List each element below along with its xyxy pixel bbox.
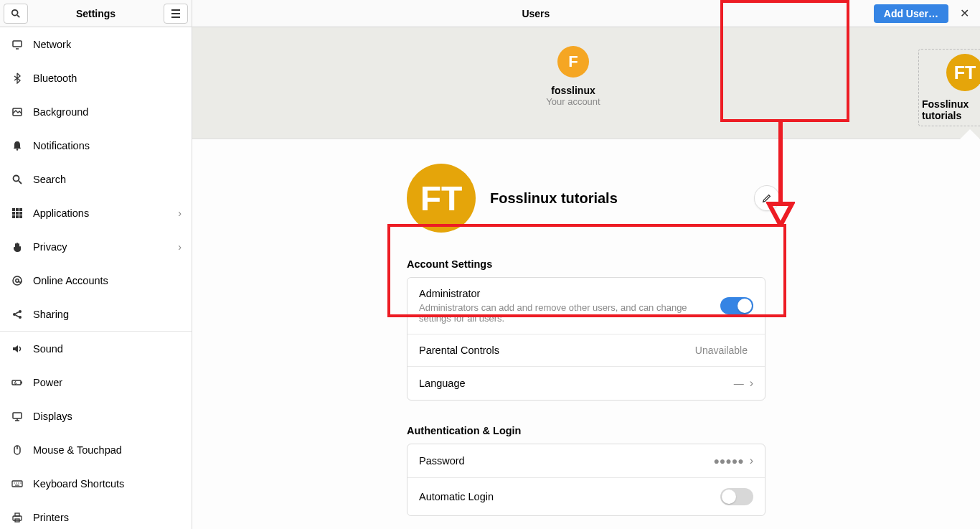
sidebar-item-sound[interactable]: Sound — [0, 332, 192, 365]
svg-rect-12 — [16, 208, 19, 211]
users-strip: F fosslinux Your account FT Fosslinux tu… — [192, 27, 980, 139]
chevron-right-icon: › — [750, 377, 753, 390]
svg-line-25 — [16, 312, 19, 314]
svg-rect-18 — [16, 215, 19, 218]
svg-line-26 — [16, 315, 19, 317]
row-value: Unavailable — [695, 345, 748, 356]
row-value: — — [734, 378, 744, 389]
sidebar-item-power[interactable]: Power — [0, 365, 192, 399]
search-button[interactable] — [4, 4, 28, 24]
avatar: F — [557, 46, 589, 78]
bell-icon — [10, 139, 24, 153]
sidebar-item-network[interactable]: Network — [0, 27, 192, 61]
search-icon — [10, 172, 24, 187]
sidebar-item-label: Applications — [33, 207, 178, 219]
sidebar-item-notifications[interactable]: Notifications — [0, 128, 192, 162]
hamburger-icon — [171, 9, 181, 18]
sidebar-header: Settings — [0, 0, 192, 27]
sidebar-item-printers[interactable]: Printers — [0, 500, 192, 529]
chevron-right-icon: › — [178, 241, 182, 253]
sidebar-item-label: Sound — [33, 343, 182, 355]
printer-icon — [10, 510, 24, 525]
row-administrator: Administrator Administrators can add and… — [407, 278, 765, 334]
administrator-toggle[interactable] — [720, 297, 753, 314]
account-settings-card: Administrator Administrators can add and… — [407, 277, 765, 401]
automatic-login-toggle[interactable] — [720, 488, 753, 505]
sidebar-item-bluetooth[interactable]: Bluetooth — [0, 61, 192, 95]
close-button[interactable]: ✕ — [954, 6, 974, 20]
share-icon — [10, 307, 24, 322]
row-title: Parental Controls — [419, 345, 695, 356]
svg-rect-19 — [19, 215, 22, 218]
svg-rect-13 — [19, 208, 22, 211]
chevron-right-icon: › — [178, 207, 182, 219]
add-user-button[interactable]: Add User… — [874, 4, 948, 23]
svg-rect-14 — [12, 212, 15, 215]
sidebar-item-keyboard[interactable]: Keyboard Shortcuts — [0, 467, 192, 500]
background-icon — [10, 105, 24, 119]
row-password[interactable]: Password ●●●●● › — [407, 444, 765, 477]
user-tile-fosslinux-tutorials[interactable]: FT Fosslinux tutorials — [918, 49, 980, 126]
svg-point-8 — [17, 149, 18, 150]
svg-rect-16 — [19, 212, 22, 215]
svg-point-23 — [19, 310, 22, 313]
section-heading-auth: Authentication & Login — [407, 425, 765, 436]
sidebar-item-sharing[interactable]: Sharing — [0, 297, 192, 331]
profile-header: FT Fosslinux tutorials — [407, 164, 765, 233]
svg-rect-17 — [12, 215, 15, 218]
sidebar-item-applications[interactable]: Applications› — [0, 196, 192, 230]
user-tile-fosslinux[interactable]: F fosslinux Your account — [527, 46, 620, 107]
svg-rect-27 — [12, 380, 21, 385]
hamburger-button[interactable] — [164, 4, 188, 24]
sidebar-item-search[interactable]: Search — [0, 162, 192, 196]
svg-rect-40 — [13, 516, 22, 520]
sidebar-item-background[interactable]: Background — [0, 95, 192, 128]
mouse-icon — [10, 443, 24, 457]
sidebar-item-displays[interactable]: Displays — [0, 399, 192, 433]
row-value: ●●●●● — [713, 455, 743, 467]
profile-name: Fosslinux tutorials — [490, 190, 618, 207]
hand-icon — [10, 240, 24, 254]
row-parental-controls[interactable]: Parental Controls Unavailable — [407, 334, 765, 366]
sidebar-list: Network Bluetooth Background Notificatio… — [0, 27, 192, 529]
profile-avatar[interactable]: FT — [407, 164, 476, 233]
svg-point-24 — [19, 316, 22, 319]
row-language[interactable]: Language — › — [407, 366, 765, 400]
sidebar-item-label: Printers — [33, 512, 182, 523]
svg-line-1 — [17, 15, 19, 17]
row-title: Language — [419, 378, 734, 389]
edit-profile-button[interactable] — [754, 185, 780, 211]
row-automatic-login: Automatic Login — [407, 477, 765, 515]
sidebar-item-label: Background — [33, 106, 182, 118]
page-title: Users — [198, 8, 874, 19]
sidebar-item-label: Keyboard Shortcuts — [33, 478, 182, 490]
svg-point-38 — [20, 482, 21, 483]
row-title: Password — [419, 455, 713, 467]
svg-line-10 — [19, 181, 22, 184]
search-icon — [11, 9, 21, 19]
sidebar-item-label: Displays — [33, 411, 182, 422]
avatar: FT — [946, 54, 980, 91]
svg-point-0 — [12, 9, 18, 15]
svg-rect-41 — [15, 513, 19, 516]
sidebar-item-label: Notifications — [33, 140, 182, 151]
svg-rect-15 — [16, 212, 19, 215]
svg-rect-34 — [12, 481, 22, 487]
selection-pointer — [960, 129, 980, 139]
keyboard-icon — [10, 477, 24, 491]
sidebar-item-online-accounts[interactable]: Online Accounts — [0, 263, 192, 297]
network-icon — [10, 37, 24, 52]
pencil-icon — [762, 193, 772, 203]
at-icon — [10, 273, 24, 288]
sidebar-item-privacy[interactable]: Privacy› — [0, 230, 192, 263]
row-description: Administrators can add and remove other … — [419, 302, 692, 324]
auth-login-card: Password ●●●●● › Automatic Login — [407, 444, 765, 516]
sidebar-item-mouse[interactable]: Mouse & Touchpad — [0, 433, 192, 467]
sidebar-item-label: Bluetooth — [33, 72, 182, 84]
sidebar-item-label: Sharing — [33, 309, 182, 320]
svg-point-35 — [14, 482, 14, 483]
main-header: Users Add User… ✕ — [192, 0, 980, 27]
sidebar-item-label: Search — [33, 174, 182, 185]
grid-icon — [10, 206, 24, 220]
row-title: Automatic Login — [419, 491, 720, 502]
